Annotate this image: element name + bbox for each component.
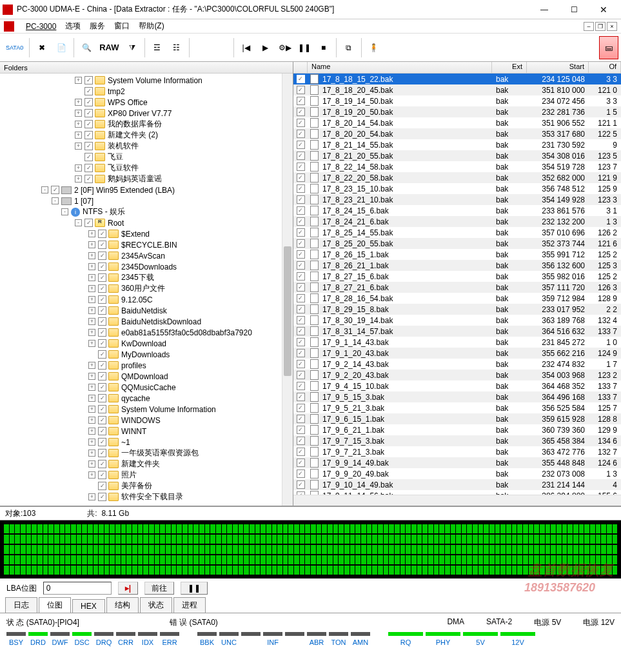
tree-row[interactable]: ✓MyDownloads [1,349,291,360]
tree-row[interactable]: +✓新建文件夹 [1,459,291,469]
file-row[interactable]: ✓17_9_7_21_3.bakbak363 472 776132 7 [293,446,621,457]
file-row[interactable]: ✓17_9_11_14_56.bakbak386 294 800155 6 [293,490,621,495]
expand-icon[interactable] [88,482,95,489]
checkbox[interactable]: ✓ [98,230,106,238]
checkbox[interactable]: ✓ [98,306,106,315]
file-checkbox[interactable]: ✓ [297,119,305,127]
file-row[interactable]: ✓17_9_5_21_3.bakbak356 525 584125 7 [293,402,621,413]
file-row[interactable]: ✓17_8_20_20_54.bakbak353 317 680122 5 [293,128,621,139]
checkbox[interactable]: ✓ [84,153,93,161]
checkbox[interactable]: ✓ [84,76,93,84]
expand-icon[interactable]: + [88,493,95,500]
checkbox[interactable]: ✓ [84,142,93,150]
file-checkbox[interactable]: ✓ [297,184,305,193]
tree-row[interactable]: ✓美萍备份 [1,480,291,491]
checkbox[interactable]: ✓ [98,295,106,304]
file-row[interactable]: ✓17_8_20_14_54.bakbak351 906 552121 1 [293,117,621,128]
file-row[interactable]: ✓17_8_26_15_1.bakbak355 991 712125 2 [293,249,621,260]
expand-icon[interactable]: + [88,296,95,303]
menu-app[interactable]: PC-3000 [26,22,56,31]
tree-row[interactable]: +✓360用户文件 [1,283,291,294]
file-row[interactable]: ✓17_9_9_20_49.bakbak232 073 0081 3 [293,468,621,479]
checkbox[interactable]: ✓ [98,427,106,435]
checkbox[interactable]: ✓ [98,339,106,348]
expand-icon[interactable]: - [41,186,48,193]
file-row[interactable]: ✓17_8_26_21_1.bakbak356 132 600125 3 [293,260,621,271]
expand-icon[interactable]: + [88,417,95,424]
file-checkbox[interactable]: ✓ [297,480,305,489]
checkbox[interactable]: ✓ [84,219,93,227]
checkbox[interactable]: ✓ [98,460,106,468]
checkbox[interactable]: ✓ [84,164,93,172]
col-of[interactable]: Of [589,62,621,73]
expand-icon[interactable]: - [75,219,82,226]
file-checkbox[interactable]: ✓ [297,448,305,456]
tree-row[interactable]: +✓9.12.05C [1,294,291,305]
mdi-close-button[interactable]: × [607,22,617,31]
lba-pause-button[interactable]: ❚❚ [181,582,208,595]
checkbox[interactable]: ✓ [98,284,106,293]
expand-icon[interactable]: + [88,395,95,402]
tree-row[interactable]: +✓XP80 Driver V7.77 [1,108,291,119]
file-row[interactable]: ✓17_8_23_21_10.bakbak354 149 928123 3 [293,194,621,205]
file-row[interactable]: ✓17_9_2_20_43.bakbak354 003 968123 2 [293,370,621,380]
file-row[interactable]: ✓17_8_31_14_57.bakbak364 516 632133 7 [293,326,621,337]
file-checkbox[interactable]: ✓ [297,360,305,368]
file-checkbox[interactable]: ✓ [297,426,305,434]
file-row[interactable]: ✓17_9_7_15_3.bakbak365 458 384134 6 [293,435,621,446]
person-icon[interactable]: 🧍 [364,36,384,59]
file-column-headers[interactable]: Name Ext Start Of [293,62,621,74]
file-row[interactable]: ✓17_8_23_15_10.bakbak356 748 512125 9 [293,183,621,194]
expand-icon[interactable]: + [88,384,95,391]
checkbox[interactable]: ✓ [98,262,106,271]
tree-row[interactable]: +✓KwDownload [1,338,291,349]
file-row[interactable]: ✓17_8_30_19_14.bakbak363 189 768132 4 [293,315,621,326]
tree-row[interactable]: ✓飞豆 [1,152,291,163]
menu-window[interactable]: 窗口 [114,21,130,32]
tree-row[interactable]: +✓鹅妈妈英语童谣 [1,173,291,184]
file-checkbox[interactable]: ✓ [297,206,305,215]
tab-hex[interactable]: HEX [72,599,105,613]
file-row[interactable]: ✓17_9_2_14_43.bakbak232 474 8321 7 [293,359,621,370]
tree-row[interactable]: +✓WINNT [1,426,291,437]
tree-row[interactable]: +✓e0ab81a5155f3fa0c5d08dbabf3a7920 [1,327,291,338]
checkbox[interactable]: ✓ [98,273,106,282]
tree-expand-icon[interactable]: ☷ [167,36,186,59]
checkbox[interactable]: ✓ [98,449,106,457]
file-row[interactable]: ✓17_8_21_14_55.bakbak231 730 5929 [293,139,621,150]
tab-state[interactable]: 状态 [140,597,172,613]
report-icon[interactable]: 📄 [52,36,71,59]
file-checkbox[interactable]: ✓ [297,195,305,204]
expand-icon[interactable]: + [88,460,95,468]
col-start[interactable]: Start [527,62,589,73]
menu-services[interactable]: 服务 [90,21,105,32]
lba-input[interactable] [43,582,112,595]
sata-port-button[interactable]: SATA0 [3,36,26,59]
tree-row[interactable]: +✓profiles [1,360,291,371]
checkbox[interactable]: ✓ [98,405,106,413]
file-row[interactable]: ✓17_9_5_15_3.bakbak364 496 168133 7 [293,391,621,402]
expand-icon[interactable] [88,351,95,358]
expand-icon[interactable]: + [88,230,95,237]
file-row[interactable]: ✓17_9_6_21_1.bakbak360 739 360129 9 [293,424,621,435]
tree-row[interactable]: +✓BaiduNetdisk [1,305,291,316]
file-checkbox[interactable]: ✓ [297,283,305,292]
tree-row[interactable]: -✓Root [1,217,291,228]
expand-icon[interactable]: + [88,439,95,446]
file-row[interactable]: ✓17_9_6_15_1.bakbak359 615 928128 8 [293,413,621,424]
expand-icon[interactable] [75,153,82,161]
expand-icon[interactable]: + [88,428,95,435]
file-row[interactable]: ✓17_9_10_14_49.bakbak231 214 1444 [293,479,621,490]
tree-row[interactable]: -iNTFS - 娱乐 [1,206,291,217]
file-row[interactable]: ✓17_8_18_20_45.bakbak351 810 000121 0 [293,84,621,95]
expand-icon[interactable]: + [88,450,95,457]
tree-row[interactable]: +✓WPS Office [1,97,291,108]
checkbox[interactable]: ✓ [98,372,106,380]
tree-row[interactable]: +✓System Volume Information [1,75,291,86]
checkbox[interactable]: ✓ [84,109,93,117]
expand-icon[interactable]: + [88,285,95,292]
tree-row[interactable]: +✓2345Downloads [1,261,291,272]
file-checkbox[interactable]: ✓ [297,130,305,138]
file-row[interactable]: ✓17_8_27_15_6.bakbak355 982 016125 2 [293,271,621,282]
checkbox[interactable]: ✓ [98,482,106,490]
